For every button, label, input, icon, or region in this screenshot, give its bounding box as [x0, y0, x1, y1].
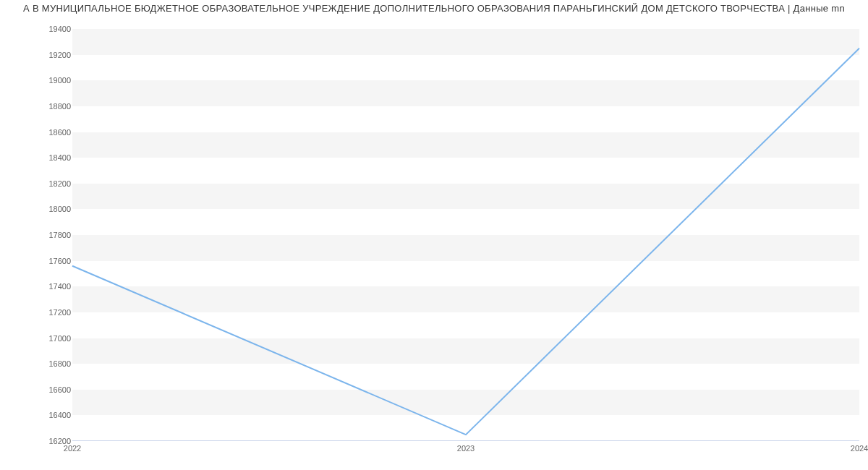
y-tick-label: 17600 [48, 257, 71, 265]
x-tick-label: 2022 [64, 444, 81, 453]
y-tick-label: 17800 [48, 231, 71, 239]
plot-area [72, 29, 859, 441]
y-tick-label: 19400 [48, 25, 71, 33]
y-tick-label: 18400 [48, 153, 71, 162]
y-tick-label: 16600 [48, 385, 71, 394]
y-tick-label: 17200 [48, 308, 71, 317]
y-tick-label: 18800 [48, 102, 71, 111]
chart-title: А В МУНИЦИПАЛЬНОЕ БЮДЖЕТНОЕ ОБРАЗОВАТЕЛЬ… [0, 3, 868, 14]
y-tick-label: 17400 [48, 282, 71, 291]
y-tick-label: 18000 [48, 205, 71, 213]
y-tick-label: 19200 [48, 51, 71, 59]
y-tick-label: 18600 [48, 128, 71, 137]
x-axis-line [72, 440, 859, 441]
y-tick-label: 17000 [48, 334, 71, 343]
x-tick-label: 2024 [851, 444, 868, 453]
chart-line [72, 29, 859, 441]
y-tick-label: 16800 [48, 359, 71, 368]
x-tick-label: 2023 [457, 444, 475, 453]
y-tick-label: 19000 [48, 76, 71, 85]
y-tick-label: 16400 [48, 411, 71, 419]
chart-container: А В МУНИЦИПАЛЬНОЕ БЮДЖЕТНОЕ ОБРАЗОВАТЕЛЬ… [0, 0, 868, 470]
y-tick-label: 18200 [48, 179, 71, 188]
